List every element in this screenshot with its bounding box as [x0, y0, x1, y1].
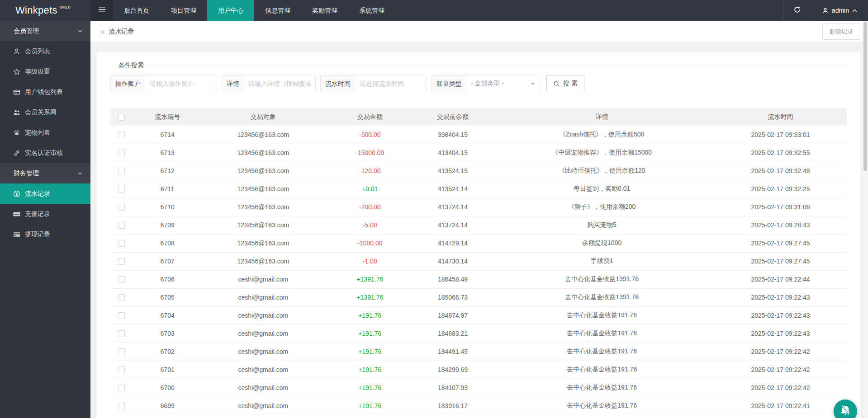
- cell-balance: 184874.97: [416, 306, 490, 324]
- user-icon: [822, 7, 829, 14]
- cell-checkbox: [110, 198, 133, 216]
- cell-amount: +191.76: [324, 379, 416, 397]
- card-icon: [13, 231, 20, 238]
- user-menu[interactable]: admin: [811, 0, 868, 21]
- table-row: 6713123456@163.com-15000.00413404.15《中级宠…: [110, 144, 847, 162]
- search-button[interactable]: 搜 索: [546, 75, 584, 92]
- cell-serial: 6708: [133, 234, 203, 252]
- row-checkbox[interactable]: [118, 330, 125, 337]
- sidebar-toggle-button[interactable]: [90, 0, 113, 21]
- account-input[interactable]: [145, 75, 217, 92]
- search-group-type: 账单类型 - 全部类型 -: [432, 75, 540, 92]
- sidebar-item[interactable]: 实名认证审核: [0, 143, 90, 163]
- cell-detail: 《中级宠物推荐》，使用余额15000: [489, 144, 714, 162]
- cell-account: ceshi@gmail.com: [202, 288, 324, 306]
- refresh-button[interactable]: [783, 0, 811, 21]
- cell-account: 123456@163.com: [202, 216, 324, 234]
- row-checkbox[interactable]: [118, 132, 125, 138]
- cell-balance: 184299.69: [416, 361, 490, 379]
- sidebar-item-label: 会员关系网: [25, 108, 57, 117]
- row-checkbox[interactable]: [118, 276, 125, 283]
- sidebar-item[interactable]: 等级设置: [0, 61, 90, 82]
- cell-time: 2025-02-17 09:22:43: [714, 324, 847, 343]
- delete-records-button[interactable]: 删除记录: [822, 23, 860, 40]
- row-checkbox[interactable]: [118, 186, 125, 193]
- breadcrumb-arrows-icon: »: [100, 28, 104, 35]
- row-checkbox[interactable]: [118, 348, 125, 355]
- sidebar-item[interactable]: 提现记录: [0, 224, 90, 244]
- cell-detail: 去中心化基金收益1391.76: [489, 270, 714, 288]
- table-row: 6704ceshi@gmail.com+191.76184874.97去中心化基…: [110, 306, 847, 324]
- nav-item-6[interactable]: 系统管理: [348, 0, 395, 21]
- cell-balance: 413724.14: [416, 216, 490, 234]
- row-checkbox[interactable]: [118, 222, 125, 229]
- sidebar-group-title-1[interactable]: 会员管理: [0, 21, 90, 41]
- sidebar-item-label: 用户钱包列表: [25, 88, 63, 96]
- row-checkbox[interactable]: [118, 403, 125, 409]
- content-card: 条件搜索 操作账户 详情 流水时间 账单类型: [97, 52, 860, 418]
- row-checkbox[interactable]: [118, 240, 125, 247]
- table-header-row: 流水编号 交易对象 交易金额 交易前余额 详情 流水时间: [110, 108, 847, 126]
- header-right: admin: [783, 0, 868, 21]
- row-checkbox[interactable]: [118, 258, 125, 265]
- cell-balance: 186458.49: [416, 270, 490, 288]
- row-checkbox[interactable]: [118, 385, 125, 391]
- scrollbar-thumb[interactable]: [863, 22, 867, 171]
- cell-time: 2025-02-17 09:22:42: [714, 361, 847, 379]
- cell-serial: 6702: [133, 343, 203, 361]
- row-checkbox[interactable]: [118, 366, 125, 373]
- cell-balance: 183916.17: [416, 397, 490, 415]
- cell-balance: 398404.15: [416, 126, 490, 144]
- header-balance: 交易前余额: [416, 108, 490, 126]
- cell-detail: 手续费1: [489, 252, 714, 270]
- row-checkbox[interactable]: [118, 312, 125, 319]
- brand-name: Winkpets: [15, 5, 57, 16]
- cell-checkbox: [110, 361, 133, 379]
- row-checkbox[interactable]: [118, 168, 125, 174]
- sidebar-item[interactable]: 会员列表: [0, 41, 90, 61]
- sidebar-item[interactable]: 会员关系网: [0, 102, 90, 122]
- select-all-cell: [110, 108, 133, 126]
- cell-detail: 去中心化基金收益191.76: [489, 306, 714, 324]
- sidebar-item[interactable]: 宠物列表: [0, 122, 90, 143]
- cell-balance: 413524.14: [416, 180, 490, 198]
- cell-checkbox: [110, 415, 133, 418]
- detail-input[interactable]: [244, 75, 315, 92]
- table-row: 6710123456@163.com-200.00413724.14《狮子》，使…: [110, 198, 847, 216]
- sidebar-item[interactable]: 用户钱包列表: [0, 82, 90, 102]
- select-all-checkbox[interactable]: [118, 114, 125, 121]
- nav-item-5[interactable]: 奖励管理: [301, 0, 348, 21]
- nav-item-2[interactable]: 项目管理: [160, 0, 207, 21]
- header-amount: 交易金额: [324, 108, 416, 126]
- nav-item-4[interactable]: 信息管理: [254, 0, 301, 21]
- time-input[interactable]: [355, 75, 427, 92]
- cell-account: ceshi@gmail.com: [202, 324, 324, 343]
- table-row: 6699ceshi@gmail.com+191.76183916.17去中心化基…: [110, 397, 847, 415]
- wallet-icon: [13, 89, 20, 96]
- sidebar-item[interactable]: PayPal充值记录: [0, 204, 90, 224]
- sidebar-group-title-2[interactable]: 财务管理: [0, 163, 90, 183]
- main-content: » 流水记录 删除记录 条件搜索 操作账户 详情 流水时间: [90, 21, 868, 418]
- cell-detail: 去中心化基金收益191.76: [489, 379, 714, 397]
- vertical-scrollbar[interactable]: [863, 21, 868, 418]
- nav-item-1[interactable]: 后台首页: [113, 0, 160, 21]
- sidebar-item-label: 流水记录: [25, 190, 50, 198]
- sidebar-item[interactable]: 流水记录: [0, 183, 90, 204]
- chevron-up-icon: [852, 9, 857, 12]
- cell-amount: +191.76: [324, 361, 416, 379]
- chevron-down-icon: [78, 30, 82, 33]
- row-checkbox[interactable]: [118, 294, 125, 301]
- cell-account: ceshi@gmail.com: [202, 379, 324, 397]
- row-checkbox[interactable]: [118, 204, 125, 211]
- bill-type-select[interactable]: - 全部类型 -: [466, 75, 540, 92]
- svg-text:PayPal: PayPal: [14, 213, 20, 215]
- sidebar-item-label: 宠物列表: [25, 129, 50, 137]
- sidebar-group-label: 财务管理: [14, 169, 39, 178]
- caret-down-icon: [531, 83, 535, 87]
- cell-serial: 6709: [133, 216, 203, 234]
- nav-item-3[interactable]: 用户中心: [207, 0, 254, 21]
- cell-time: 2025-02-17 09:22:43: [714, 306, 847, 324]
- cell-account: 123456@163.com: [202, 144, 324, 162]
- cell-amount: -5.00: [324, 216, 416, 234]
- row-checkbox[interactable]: [118, 150, 125, 156]
